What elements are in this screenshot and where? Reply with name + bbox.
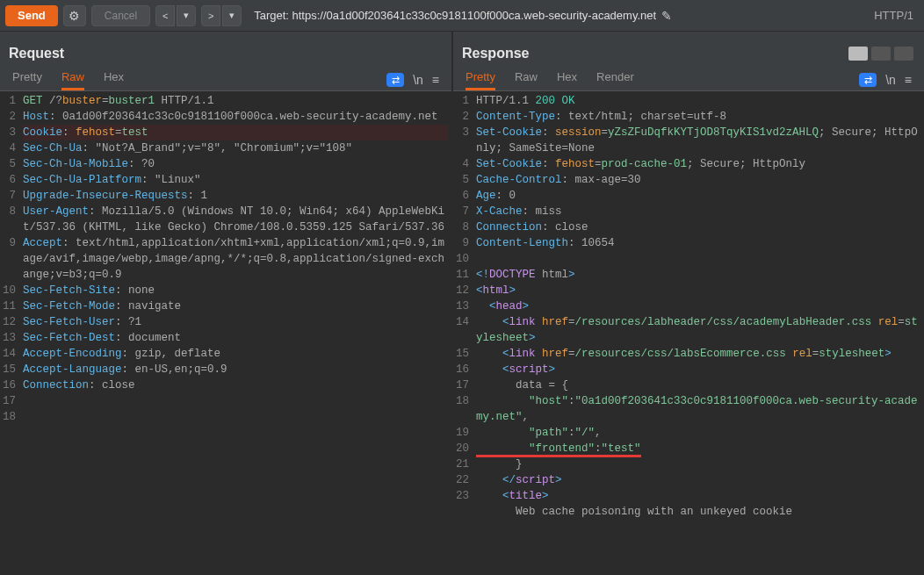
request-gutter: 12345678 9 101112131415161718 <box>0 91 19 575</box>
response-editor[interactable]: 123 4567891011121314 15161718 1920212223… <box>453 91 924 575</box>
request-title: Request <box>9 46 64 61</box>
chevron-down-icon: ▾ <box>184 10 189 21</box>
actions-icon[interactable]: ⇄ <box>859 73 877 87</box>
target-display: Target: https://0a1d00f203641c33c0c91811… <box>254 9 869 23</box>
request-tabs: Pretty Raw Hex ⇄ \n ≡ <box>0 67 451 91</box>
newline-icon[interactable]: \n <box>885 73 896 87</box>
send-button[interactable]: Send <box>5 5 58 26</box>
view-columns-button[interactable] <box>848 47 868 61</box>
response-pane: Response Pretty Raw Hex Render ⇄ \n ≡ 12… <box>453 32 924 575</box>
response-gutter: 123 4567891011121314 15161718 1920212223 <box>453 91 473 575</box>
fwd-nav-group: > ▾ <box>201 5 242 26</box>
top-toolbar: Send ⚙ Cancel < ▾ > ▾ Target: https://0a… <box>0 0 924 32</box>
back-nav-group: < ▾ <box>155 5 196 26</box>
fwd-dropdown[interactable]: ▾ <box>222 5 242 26</box>
newline-icon[interactable]: \n <box>413 73 423 87</box>
tab-pretty[interactable]: Pretty <box>466 70 495 90</box>
settings-button[interactable]: ⚙ <box>63 5 86 26</box>
pencil-icon[interactable]: ✎ <box>661 9 672 23</box>
chevron-right-icon: > <box>208 11 213 21</box>
tab-raw[interactable]: Raw <box>515 70 538 90</box>
chevron-down-icon: ▾ <box>229 10 235 21</box>
view-rows-button[interactable] <box>871 47 891 61</box>
http-version-label: HTTP/1 <box>874 9 919 22</box>
menu-icon[interactable]: ≡ <box>432 73 439 87</box>
back-dropdown[interactable]: ▾ <box>177 5 196 26</box>
request-pane: Request Pretty Raw Hex ⇄ \n ≡ 12345678 9… <box>0 32 453 575</box>
target-label: Target: https://0a1d00f203641c33c0c91811… <box>254 9 656 22</box>
layout-view-group <box>848 47 913 61</box>
tab-raw[interactable]: Raw <box>61 70 84 90</box>
response-title: Response <box>462 46 529 61</box>
actions-icon[interactable]: ⇄ <box>386 73 404 87</box>
tab-hex[interactable]: Hex <box>104 70 124 90</box>
menu-icon[interactable]: ≡ <box>905 73 912 87</box>
tab-render[interactable]: Render <box>596 70 634 90</box>
response-tabs: Pretty Raw Hex Render ⇄ \n ≡ <box>453 67 924 91</box>
cancel-button[interactable]: Cancel <box>91 5 150 26</box>
request-code[interactable]: GET /?buster=buster1 HTTP/1.1Host: 0a1d0… <box>19 91 451 575</box>
back-button[interactable]: < <box>155 5 175 26</box>
chevron-left-icon: < <box>162 11 168 21</box>
tab-pretty[interactable]: Pretty <box>12 70 42 90</box>
forward-button[interactable]: > <box>201 5 220 26</box>
tab-hex[interactable]: Hex <box>557 70 577 90</box>
gear-icon: ⚙ <box>69 9 80 23</box>
view-single-button[interactable] <box>894 47 913 61</box>
request-editor[interactable]: 12345678 9 101112131415161718 GET /?bust… <box>0 91 451 575</box>
response-code[interactable]: HTTP/1.1 200 OKContent-Type: text/html; … <box>473 91 924 575</box>
